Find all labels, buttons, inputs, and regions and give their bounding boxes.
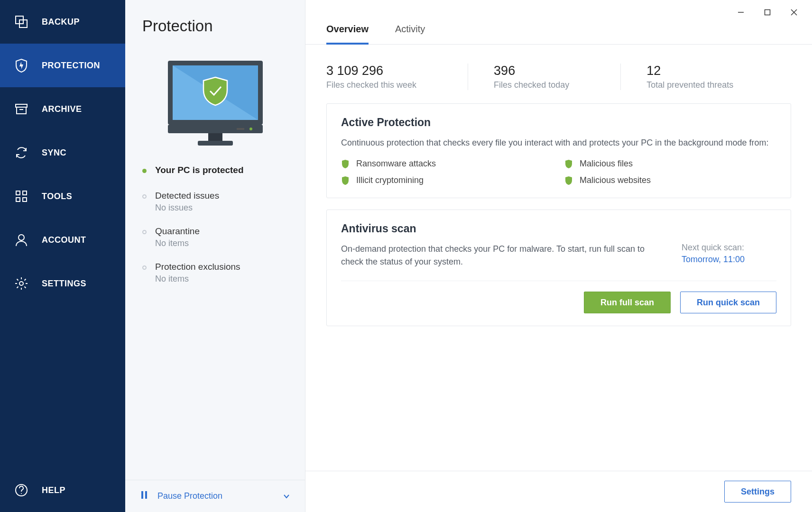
status-item-sub: No items — [155, 238, 200, 248]
status-dot-green-icon — [142, 169, 147, 173]
stat-prevented-threats: 12 Total prevented threats — [620, 64, 759, 90]
svg-rect-24 — [765, 10, 770, 15]
active-protection-card: Active Protection Continuous protection … — [326, 103, 791, 198]
threat-label: Illicit cryptomining — [356, 175, 424, 185]
status-item-sub: No items — [155, 274, 240, 284]
shield-mini-icon — [341, 176, 350, 185]
status-primary: Your PC is protected — [142, 165, 288, 177]
sidebar-item-label: ACCOUNT — [42, 235, 86, 245]
sidebar-item-archive[interactable]: ARCHIVE — [0, 87, 125, 131]
content-footer: Settings — [305, 471, 812, 512]
sidebar-item-label: ARCHIVE — [42, 104, 82, 114]
svg-point-9 — [18, 235, 24, 240]
status-exclusions[interactable]: Protection exclusions No items — [142, 262, 288, 284]
svg-point-19 — [249, 128, 252, 130]
card-title: Antivirus scan — [341, 222, 776, 235]
sidebar-item-settings[interactable]: SETTINGS — [0, 262, 125, 305]
protection-status-panel: Protection Your PC is protected Detected… — [125, 0, 305, 512]
sync-icon — [13, 145, 29, 161]
page-title: Protection — [125, 17, 305, 46]
threat-item: Illicit cryptomining — [341, 175, 553, 185]
gear-icon — [13, 275, 29, 292]
shield-mini-icon — [564, 159, 573, 169]
status-dot-empty-icon — [142, 265, 147, 270]
shield-mini-icon — [341, 159, 350, 169]
status-primary-label: Your PC is protected — [155, 165, 244, 175]
account-icon — [13, 232, 29, 248]
stat-value: 3 109 296 — [326, 64, 416, 78]
sidebar-item-account[interactable]: ACCOUNT — [0, 218, 125, 262]
card-description: Continuous protection that checks every … — [341, 137, 776, 149]
sidebar-item-label: BACKUP — [42, 17, 80, 27]
sidebar-item-label: SETTINGS — [42, 279, 86, 289]
tab-activity[interactable]: Activity — [395, 15, 425, 44]
svg-rect-22 — [145, 491, 147, 499]
svg-rect-7 — [16, 198, 20, 201]
run-quick-scan-button[interactable]: Run quick scan — [680, 292, 776, 313]
svg-rect-3 — [17, 107, 26, 114]
stat-value: 396 — [494, 64, 569, 78]
stat-label: Files checked today — [494, 80, 569, 90]
sidebar-item-protection[interactable]: PROTECTION — [0, 44, 125, 87]
card-description: On-demand protection that checks your PC… — [341, 243, 659, 268]
status-item-title: Quarantine — [155, 226, 200, 237]
stat-files-today: 396 Files checked today — [468, 64, 595, 90]
sidebar-item-sync[interactable]: SYNC — [0, 131, 125, 174]
svg-point-12 — [21, 493, 22, 494]
archive-icon — [13, 101, 29, 117]
sidebar-item-label: HELP — [42, 485, 65, 495]
status-dot-empty-icon — [142, 230, 147, 234]
status-detected-issues[interactable]: Detected issues No issues — [142, 191, 288, 213]
pause-protection-dropdown[interactable]: Pause Protection — [125, 480, 305, 512]
backup-icon — [13, 14, 29, 30]
run-full-scan-button[interactable]: Run full scan — [584, 292, 671, 313]
shield-icon — [13, 57, 29, 73]
pause-label: Pause Protection — [157, 491, 222, 501]
status-list: Your PC is protected Detected issues No … — [125, 165, 305, 297]
next-scan-value[interactable]: Tomorrow, 11:00 — [682, 255, 776, 265]
svg-rect-21 — [141, 491, 143, 499]
svg-rect-20 — [237, 128, 244, 130]
stat-label: Files checked this week — [326, 80, 416, 90]
sidebar-item-label: TOOLS — [42, 192, 72, 201]
threat-list: Ransomware attacks Malicious files Illic… — [341, 159, 776, 185]
threat-label: Malicious websites — [580, 175, 651, 185]
svg-rect-5 — [16, 191, 20, 195]
status-quarantine[interactable]: Quarantine No items — [142, 226, 288, 248]
threat-item: Malicious websites — [564, 175, 776, 185]
sidebar: BACKUP PROTECTION ARCHIVE SYNC TOOLS ACC… — [0, 0, 125, 512]
sidebar-item-backup[interactable]: BACKUP — [0, 0, 125, 44]
svg-rect-16 — [168, 125, 263, 133]
sidebar-item-label: SYNC — [42, 148, 66, 158]
svg-rect-17 — [208, 133, 222, 141]
threat-label: Malicious files — [580, 159, 633, 169]
card-title: Active Protection — [341, 116, 776, 129]
svg-rect-18 — [198, 141, 233, 146]
monitor-illustration — [125, 46, 305, 165]
stat-files-week: 3 109 296 Files checked this week — [326, 64, 442, 90]
svg-point-10 — [19, 282, 23, 285]
settings-button[interactable]: Settings — [724, 481, 791, 503]
shield-mini-icon — [564, 176, 573, 185]
tab-overview[interactable]: Overview — [326, 15, 369, 44]
sidebar-item-help[interactable]: HELP — [0, 468, 125, 512]
status-item-title: Detected issues — [155, 191, 219, 201]
threat-label: Ransomware attacks — [356, 159, 436, 169]
chevron-down-icon — [283, 491, 290, 501]
sidebar-item-tools[interactable]: TOOLS — [0, 174, 125, 218]
svg-rect-8 — [23, 198, 27, 201]
tools-icon — [13, 188, 29, 204]
main-content: Overview Activity 3 109 296 Files checke… — [305, 0, 812, 512]
next-scan-label: Next quick scan: — [682, 243, 776, 253]
stats-row: 3 109 296 Files checked this week 396 Fi… — [305, 45, 812, 103]
stat-label: Total prevented threats — [646, 80, 733, 90]
help-icon — [13, 482, 29, 498]
svg-rect-6 — [23, 191, 27, 195]
threat-item: Malicious files — [564, 159, 776, 169]
status-item-sub: No issues — [155, 203, 219, 213]
antivirus-scan-card: Antivirus scan On-demand protection that… — [326, 210, 791, 326]
threat-item: Ransomware attacks — [341, 159, 553, 169]
stat-value: 12 — [646, 64, 733, 78]
pause-icon — [140, 491, 148, 502]
tabs: Overview Activity — [305, 15, 812, 45]
